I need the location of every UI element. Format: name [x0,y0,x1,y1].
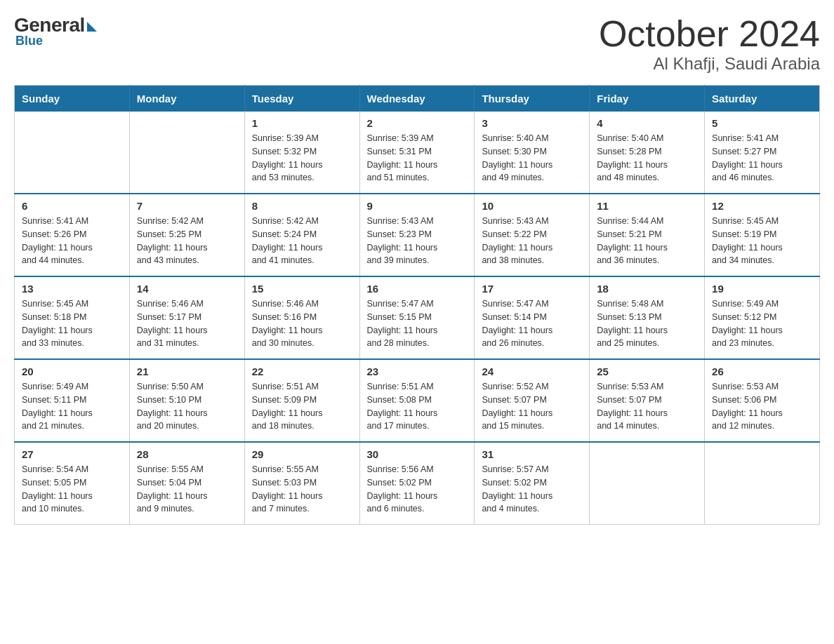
day-number: 31 [482,448,582,460]
header-sunday: Sunday [15,86,130,112]
day-number: 21 [137,365,237,377]
day-cell: 13Sunrise: 5:45 AM Sunset: 5:18 PM Dayli… [15,276,130,359]
header-friday: Friday [590,86,705,112]
header-wednesday: Wednesday [359,86,475,112]
day-info: Sunrise: 5:48 AM Sunset: 5:13 PM Dayligh… [597,297,697,350]
day-cell: 11Sunrise: 5:44 AM Sunset: 5:21 PM Dayli… [590,194,705,276]
day-number: 12 [712,200,812,212]
day-cell: 20Sunrise: 5:49 AM Sunset: 5:11 PM Dayli… [15,359,130,442]
header-thursday: Thursday [475,86,590,112]
day-number: 15 [252,283,352,295]
day-number: 16 [367,283,468,295]
day-number: 24 [482,365,582,377]
day-cell: 31Sunrise: 5:57 AM Sunset: 5:02 PM Dayli… [475,442,590,525]
header-monday: Monday [129,86,244,112]
page-header: General Blue October 2024 Al Khafji, Sau… [14,14,820,74]
week-row-0: 1Sunrise: 5:39 AM Sunset: 5:32 PM Daylig… [15,112,820,194]
day-info: Sunrise: 5:54 AM Sunset: 5:05 PM Dayligh… [22,463,122,516]
day-info: Sunrise: 5:43 AM Sunset: 5:22 PM Dayligh… [482,215,582,267]
day-number: 22 [252,365,352,377]
day-cell: 7Sunrise: 5:42 AM Sunset: 5:25 PM Daylig… [129,194,244,276]
calendar-body: 1Sunrise: 5:39 AM Sunset: 5:32 PM Daylig… [15,112,820,525]
day-info: Sunrise: 5:39 AM Sunset: 5:31 PM Dayligh… [367,132,468,185]
day-cell [705,442,820,525]
day-cell: 8Sunrise: 5:42 AM Sunset: 5:24 PM Daylig… [244,194,359,276]
day-number: 8 [252,200,352,212]
day-number: 1 [252,117,352,129]
day-number: 17 [482,283,582,295]
day-cell: 18Sunrise: 5:48 AM Sunset: 5:13 PM Dayli… [590,276,705,359]
day-cell: 2Sunrise: 5:39 AM Sunset: 5:31 PM Daylig… [359,112,475,194]
day-number: 11 [597,200,697,212]
day-cell: 9Sunrise: 5:43 AM Sunset: 5:23 PM Daylig… [359,194,475,276]
day-info: Sunrise: 5:45 AM Sunset: 5:18 PM Dayligh… [22,297,122,350]
day-info: Sunrise: 5:41 AM Sunset: 5:27 PM Dayligh… [712,132,812,185]
day-info: Sunrise: 5:40 AM Sunset: 5:28 PM Dayligh… [597,132,697,185]
calendar-header: SundayMondayTuesdayWednesdayThursdayFrid… [15,86,820,112]
day-info: Sunrise: 5:53 AM Sunset: 5:07 PM Dayligh… [597,380,697,433]
day-cell: 6Sunrise: 5:41 AM Sunset: 5:26 PM Daylig… [15,194,130,276]
day-cell: 10Sunrise: 5:43 AM Sunset: 5:22 PM Dayli… [475,194,590,276]
day-info: Sunrise: 5:47 AM Sunset: 5:14 PM Dayligh… [482,297,582,350]
day-number: 27 [22,448,122,460]
day-cell: 1Sunrise: 5:39 AM Sunset: 5:32 PM Daylig… [244,112,359,194]
day-info: Sunrise: 5:41 AM Sunset: 5:26 PM Dayligh… [22,215,122,267]
day-info: Sunrise: 5:49 AM Sunset: 5:12 PM Dayligh… [712,297,812,350]
header-saturday: Saturday [705,86,820,112]
day-info: Sunrise: 5:57 AM Sunset: 5:02 PM Dayligh… [482,463,582,516]
day-number: 3 [482,117,582,129]
day-number: 26 [712,365,812,377]
day-info: Sunrise: 5:51 AM Sunset: 5:08 PM Dayligh… [367,380,468,433]
day-info: Sunrise: 5:52 AM Sunset: 5:07 PM Dayligh… [482,380,582,433]
location-title: Al Khafji, Saudi Arabia [599,54,820,74]
day-number: 25 [597,365,697,377]
day-cell: 16Sunrise: 5:47 AM Sunset: 5:15 PM Dayli… [359,276,475,359]
day-info: Sunrise: 5:56 AM Sunset: 5:02 PM Dayligh… [367,463,468,516]
day-info: Sunrise: 5:50 AM Sunset: 5:10 PM Dayligh… [137,380,237,433]
day-info: Sunrise: 5:46 AM Sunset: 5:16 PM Dayligh… [252,297,352,350]
day-number: 7 [137,200,237,212]
day-info: Sunrise: 5:47 AM Sunset: 5:15 PM Dayligh… [367,297,468,350]
day-number: 30 [367,448,468,460]
day-number: 2 [367,117,468,129]
day-info: Sunrise: 5:55 AM Sunset: 5:03 PM Dayligh… [252,463,352,516]
header-row: SundayMondayTuesdayWednesdayThursdayFrid… [15,86,820,112]
day-number: 18 [597,283,697,295]
calendar-table: SundayMondayTuesdayWednesdayThursdayFrid… [14,85,820,525]
day-cell: 5Sunrise: 5:41 AM Sunset: 5:27 PM Daylig… [705,112,820,194]
title-block: October 2024 Al Khafji, Saudi Arabia [599,14,820,74]
day-cell: 17Sunrise: 5:47 AM Sunset: 5:14 PM Dayli… [475,276,590,359]
day-info: Sunrise: 5:46 AM Sunset: 5:17 PM Dayligh… [137,297,237,350]
day-cell: 25Sunrise: 5:53 AM Sunset: 5:07 PM Dayli… [590,359,705,442]
day-cell: 12Sunrise: 5:45 AM Sunset: 5:19 PM Dayli… [705,194,820,276]
day-number: 19 [712,283,812,295]
day-cell: 15Sunrise: 5:46 AM Sunset: 5:16 PM Dayli… [244,276,359,359]
day-cell [15,112,130,194]
logo: General Blue [14,14,97,48]
day-cell: 22Sunrise: 5:51 AM Sunset: 5:09 PM Dayli… [244,359,359,442]
day-info: Sunrise: 5:53 AM Sunset: 5:06 PM Dayligh… [712,380,812,433]
day-info: Sunrise: 5:49 AM Sunset: 5:11 PM Dayligh… [22,380,122,433]
week-row-1: 6Sunrise: 5:41 AM Sunset: 5:26 PM Daylig… [15,194,820,276]
logo-triangle-icon [87,22,97,32]
day-number: 14 [137,283,237,295]
day-info: Sunrise: 5:51 AM Sunset: 5:09 PM Dayligh… [252,380,352,433]
day-cell: 21Sunrise: 5:50 AM Sunset: 5:10 PM Dayli… [129,359,244,442]
day-cell: 29Sunrise: 5:55 AM Sunset: 5:03 PM Dayli… [244,442,359,525]
day-number: 23 [367,365,468,377]
day-cell: 30Sunrise: 5:56 AM Sunset: 5:02 PM Dayli… [359,442,475,525]
day-number: 29 [252,448,352,460]
day-number: 6 [22,200,122,212]
day-cell: 26Sunrise: 5:53 AM Sunset: 5:06 PM Dayli… [705,359,820,442]
day-cell: 23Sunrise: 5:51 AM Sunset: 5:08 PM Dayli… [359,359,475,442]
header-tuesday: Tuesday [244,86,359,112]
day-info: Sunrise: 5:43 AM Sunset: 5:23 PM Dayligh… [367,215,468,267]
day-cell: 19Sunrise: 5:49 AM Sunset: 5:12 PM Dayli… [705,276,820,359]
month-title: October 2024 [599,14,820,54]
day-number: 13 [22,283,122,295]
day-info: Sunrise: 5:45 AM Sunset: 5:19 PM Dayligh… [712,215,812,267]
day-cell: 14Sunrise: 5:46 AM Sunset: 5:17 PM Dayli… [129,276,244,359]
day-cell [590,442,705,525]
day-number: 28 [137,448,237,460]
day-cell: 4Sunrise: 5:40 AM Sunset: 5:28 PM Daylig… [590,112,705,194]
